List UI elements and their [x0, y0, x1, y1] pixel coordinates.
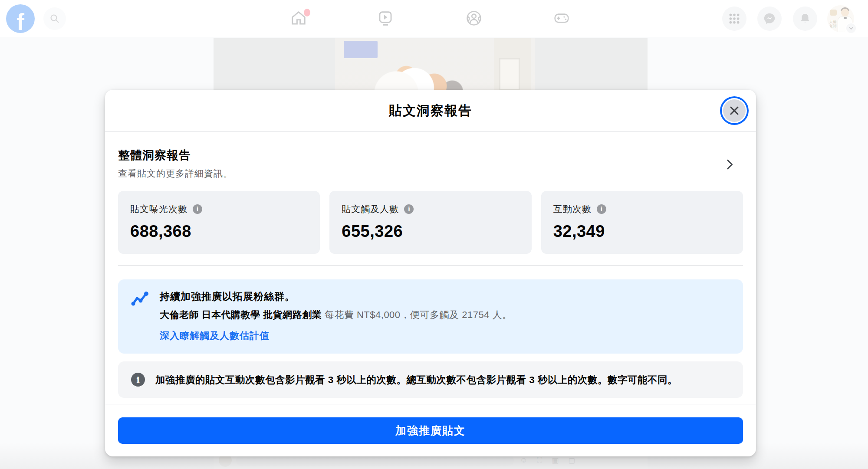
stat-card-engagements: 互動次數 i 32,349	[541, 191, 743, 254]
stat-card-impressions: 貼文曝光次數 i 688,368	[118, 191, 320, 254]
boost-post-button[interactable]: 加強推廣貼文	[118, 417, 743, 444]
info-icon[interactable]: i	[597, 204, 606, 214]
boost-promo-box: 持續加強推廣以拓展粉絲群。 大倫老師 日本代購教學 批貨網路創業 每花費 NT$…	[118, 279, 743, 354]
modal-body: 整體洞察報告 查看貼文的更多詳細資訊。 貼文曝光次數 i 688,368 貼文觸…	[105, 148, 756, 398]
stat-value: 655,326	[342, 222, 519, 241]
promo-headline: 持續加強推廣以拓展粉絲群。	[160, 290, 512, 303]
stat-label: 貼文觸及人數	[342, 203, 399, 215]
info-icon: i	[131, 373, 145, 387]
close-icon	[729, 105, 740, 116]
stat-label: 貼文曝光次數	[130, 203, 187, 215]
info-icon[interactable]: i	[404, 204, 414, 214]
divider	[118, 265, 743, 266]
page-name: 大倫老師 日本代購教學 批貨網路創業	[160, 309, 322, 320]
note-text: 加強推廣的貼文互動次數包含影片觀看 3 秒以上的次數。總互動次數不包含影片觀看 …	[155, 373, 677, 387]
stat-label: 互動次數	[553, 203, 592, 215]
post-insights-modal: 貼文洞察報告 整體洞察報告 查看貼文的更多詳細資訊。 貼文曝光次數	[105, 90, 756, 456]
info-icon[interactable]: i	[193, 204, 202, 214]
stat-value: 32,349	[553, 222, 731, 241]
close-button[interactable]	[723, 99, 746, 122]
trend-line-icon	[131, 291, 149, 307]
modal-title: 貼文洞察報告	[389, 102, 472, 120]
page: f	[0, 0, 868, 469]
engagement-note: i 加強推廣的貼文互動次數包含影片觀看 3 秒以上的次數。總互動次數不包含影片觀…	[118, 361, 743, 398]
reach-estimate: 每花費 NT$4,000，便可多觸及 21754 人。	[325, 309, 512, 320]
overall-insights-row[interactable]: 整體洞察報告 查看貼文的更多詳細資訊。	[118, 148, 743, 180]
modal-footer: 加強推廣貼文	[105, 404, 756, 456]
chevron-right-icon	[724, 159, 735, 170]
modal-header: 貼文洞察報告	[105, 90, 756, 132]
stat-card-reach: 貼文觸及人數 i 655,326	[329, 191, 531, 254]
overall-insights-title: 整體洞察報告	[118, 148, 743, 163]
overall-insights-subtitle: 查看貼文的更多詳細資訊。	[118, 167, 743, 180]
reach-estimate-link[interactable]: 深入瞭解觸及人數估計值	[160, 329, 270, 342]
stat-value: 688,368	[130, 222, 308, 241]
stats-row: 貼文曝光次數 i 688,368 貼文觸及人數 i 655,326 互動次數 i	[118, 191, 743, 254]
promo-estimate-line: 大倫老師 日本代購教學 批貨網路創業 每花費 NT$4,000，便可多觸及 21…	[160, 308, 512, 321]
